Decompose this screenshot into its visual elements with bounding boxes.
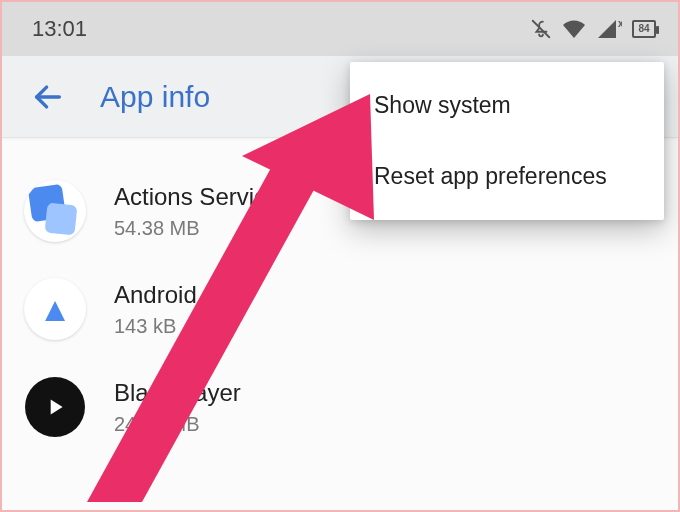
overflow-menu: Show system Reset app preferences	[350, 62, 664, 220]
app-name: Android Auto	[114, 281, 251, 309]
app-size: 143 kB	[114, 315, 251, 338]
arrow-left-icon	[31, 80, 65, 114]
app-name: Actions Services	[114, 183, 291, 211]
app-row[interactable]: ▲ Android Auto 143 kB	[2, 260, 678, 358]
menu-item-reset-app-preferences[interactable]: Reset app preferences	[350, 141, 664, 212]
page-title: App info	[100, 80, 210, 114]
status-right-icons: x 84	[530, 18, 656, 40]
signal-no-data-icon: x	[596, 18, 622, 40]
svg-marker-4	[51, 399, 63, 414]
dnd-off-icon	[530, 18, 552, 40]
app-row[interactable]: BlackPlayer 24.93 MB	[2, 358, 678, 456]
app-icon-actions-services	[24, 180, 86, 242]
play-icon	[42, 394, 68, 420]
svg-line-0	[533, 21, 550, 38]
svg-marker-1	[598, 20, 616, 38]
status-bar: 13:01 x 84	[2, 2, 678, 56]
app-size: 54.38 MB	[114, 217, 291, 240]
status-clock: 13:01	[32, 16, 87, 42]
app-icon-blackplayer	[24, 376, 86, 438]
battery-level: 84	[638, 24, 649, 34]
app-icon-android-auto: ▲	[24, 278, 86, 340]
app-size: 24.93 MB	[114, 413, 241, 436]
app-name: BlackPlayer	[114, 379, 241, 407]
back-button[interactable]	[28, 77, 68, 117]
battery-icon: 84	[632, 20, 656, 38]
svg-text:x: x	[618, 18, 622, 29]
menu-item-show-system[interactable]: Show system	[350, 70, 664, 141]
wifi-icon	[562, 18, 586, 40]
